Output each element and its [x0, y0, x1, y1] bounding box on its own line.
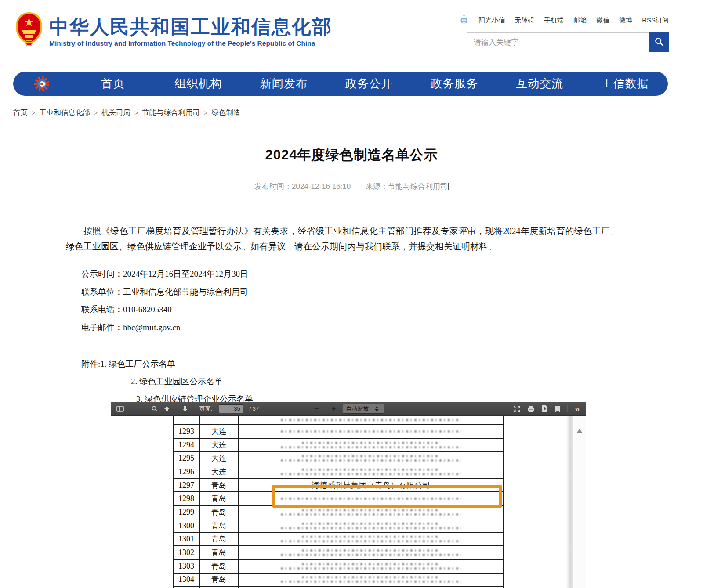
attachment-link-2[interactable]: 2. 绿色工业园区公示名单 [131, 376, 253, 387]
nav-item-home[interactable]: 首页 [70, 76, 156, 91]
utility-link-rss[interactable]: RSS订阅 [642, 16, 669, 25]
cell-company-blurred [238, 451, 504, 465]
search-input[interactable] [467, 33, 649, 52]
page-down-icon[interactable] [182, 406, 188, 412]
nav-item-news[interactable]: 新闻发布 [241, 76, 326, 91]
cell-serial-number [173, 586, 199, 588]
cell-company-blurred [238, 573, 504, 587]
breadcrumb-separator: > [32, 109, 35, 116]
select-spinner-icon [375, 406, 379, 411]
nav-item-gov-service[interactable]: 政务服务 [412, 76, 497, 91]
download-icon[interactable] [542, 405, 548, 412]
utility-link-sunshine[interactable]: 阳光小信 [478, 16, 505, 25]
site-header: 中华人民共和国工业和信息化部 Ministry of Industry and … [0, 0, 703, 68]
pdf-toolbar: 页面: / 37 − + 自动缩放 [111, 402, 586, 416]
cell-company-blurred [238, 505, 504, 519]
utility-link-weibo[interactable]: 微博 [619, 16, 632, 25]
cell-city: 青岛 [199, 505, 238, 519]
presentation-mode-icon[interactable] [513, 405, 520, 412]
utility-link-mail[interactable]: 邮箱 [573, 16, 587, 25]
breadcrumb-miit[interactable]: 工业和信息化部 [39, 108, 90, 118]
page: 中华人民共和国工业和信息化部 Ministry of Industry and … [0, 0, 703, 588]
cell-company-blurred [238, 519, 504, 533]
zoom-out-button[interactable]: − [313, 404, 321, 413]
breadcrumb-home[interactable]: 首页 [13, 108, 28, 118]
utility-links: 阳光小信 无障碍 手机端 邮箱 微信 微博 RSS订阅 [459, 14, 669, 26]
page-title: 2024年度绿色制造名单公示 [0, 146, 703, 164]
cell-serial-number: 1302 [173, 546, 199, 559]
cell-serial-number: 1304 [173, 573, 199, 587]
table-row [173, 416, 504, 425]
print-icon[interactable] [527, 406, 535, 412]
scroll-up-icon[interactable] [576, 429, 583, 433]
page-count: / 37 [250, 405, 259, 412]
info-contact-unit: 联系单位：工业和信息化部节能与综合利用司 [81, 286, 248, 298]
cell-company-blurred [238, 416, 504, 425]
table-row: 1299青岛 [173, 505, 504, 519]
breadcrumb-departments[interactable]: 机关司局 [101, 108, 130, 118]
more-tools-icon[interactable]: » [575, 404, 580, 413]
utility-link-accessibility[interactable]: 无障碍 [515, 16, 534, 25]
table-row: 1298青岛 [173, 492, 504, 505]
cell-company-blurred [238, 533, 504, 546]
utility-link-wechat[interactable]: 微信 [596, 16, 609, 25]
cell-city: 青岛 [199, 573, 238, 587]
cell-company-blurred [238, 559, 504, 573]
cell-city [199, 416, 238, 425]
cell-serial-number: 1301 [173, 533, 199, 546]
nav-item-gov-info[interactable]: 政务公开 [326, 76, 412, 91]
breadcrumb-separator: > [134, 109, 138, 116]
cell-company-blurred [238, 465, 504, 479]
cell-serial-number: 1298 [173, 492, 199, 505]
cell-serial-number: 1299 [173, 505, 199, 519]
table-row: 1296大连 [173, 465, 504, 479]
cell-city: 青岛 [199, 559, 238, 573]
pdf-page-edge [566, 416, 573, 588]
pdf-viewer: 页面: / 37 − + 自动缩放 [111, 402, 586, 588]
cell-company-name: 海德威科技集团（青岛）有限公司 [238, 479, 504, 492]
table-row: 1301青岛 [173, 533, 504, 546]
nav-item-interaction[interactable]: 互动交流 [497, 76, 582, 91]
cell-serial-number: 1294 [173, 438, 199, 452]
search-bar [467, 32, 669, 52]
table-row: 1297青岛海德威科技集团（青岛）有限公司 [173, 479, 504, 492]
site-title: 中华人民共和国工业和信息化部 [49, 16, 332, 38]
breadcrumb-energy-dept[interactable]: 节能与综合利用司 [142, 108, 200, 118]
page-number-input[interactable] [219, 404, 243, 413]
pdf-table-body: 1293大连1294大连1295大连1296大连1297青岛海德威科技集团（青岛… [173, 416, 504, 588]
cell-serial-number: 1300 [173, 519, 199, 533]
table-row: 1294大连 [173, 438, 504, 452]
info-contact-email: 电子邮件：hbc@miit.gov.cn [81, 322, 248, 333]
zoom-mode-select[interactable]: 自动缩放 [342, 404, 384, 414]
cell-city: 青岛 [199, 492, 238, 505]
national-emblem-icon [15, 12, 43, 49]
page-up-icon[interactable] [164, 406, 170, 412]
cell-city: 青岛 [199, 519, 238, 533]
find-icon[interactable] [151, 405, 158, 412]
cell-company-blurred [238, 586, 504, 588]
article-paragraph: 按照《绿色工厂梯度培育及管理暂行办法》有关要求，经省级工业和信息化主管部门推荐及… [66, 224, 619, 254]
article-meta: 发布时间：2024-12-16 16:10来源：节能与综合利用司 [0, 181, 703, 191]
breadcrumb-green-manufacturing[interactable]: 绿色制造 [211, 108, 240, 118]
info-publicity-period: 公示时间：2024年12月16日至2024年12月30日 [81, 268, 248, 280]
sidebar-toggle-icon[interactable] [116, 406, 124, 412]
zoom-in-button[interactable]: + [330, 404, 338, 413]
pdf-page: 1293大连1294大连1295大连1296大连1297青岛海德威科技集团（青岛… [111, 416, 586, 588]
bookmark-icon[interactable] [555, 406, 560, 412]
article-source: 来源：节能与综合利用司 [366, 182, 448, 191]
attachment-link-1[interactable]: 附件:1. 绿色工厂公示名单 [81, 358, 253, 370]
robot-icon [459, 14, 469, 26]
cell-city: 青岛 [199, 533, 238, 546]
main-nav: 首页 组织机构 新闻发布 政务公开 政务服务 互动交流 工信数据 [13, 72, 668, 96]
utility-link-mobile[interactable]: 手机端 [544, 16, 564, 25]
search-button[interactable] [649, 32, 669, 52]
cell-company-blurred [238, 492, 504, 505]
pdf-table: 1293大连1294大连1295大连1296大连1297青岛海德威科技集团（青岛… [173, 416, 504, 588]
pdf-scrollbar[interactable] [573, 416, 586, 588]
title-divider [64, 172, 622, 172]
nav-item-organization[interactable]: 组织机构 [156, 76, 241, 91]
cell-serial-number: 1293 [173, 425, 199, 438]
cell-company-blurred [238, 546, 504, 559]
info-contact-phone: 联系电话：010-68205340 [81, 304, 248, 315]
nav-item-data[interactable]: 工信数据 [583, 76, 668, 91]
